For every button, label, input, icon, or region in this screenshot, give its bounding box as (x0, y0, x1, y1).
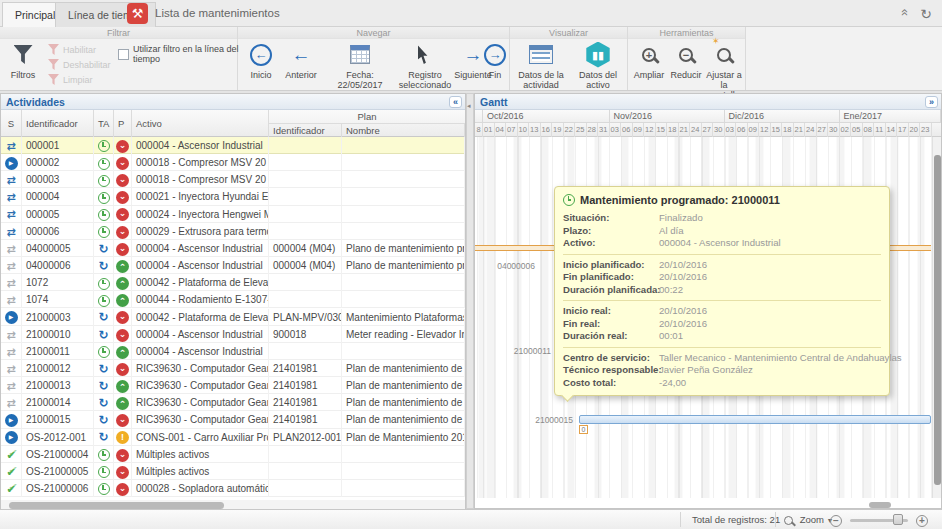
scrollbar-thumb[interactable] (9, 502, 224, 509)
ajustar-pantalla-button[interactable]: ✶ Ajustar a la pantalla (704, 41, 744, 100)
table-cell: OS-2012-001 (22, 429, 94, 446)
table-cell: 000042 - Plataforma de Elevación (132, 309, 269, 326)
limpiar-button[interactable]: Limpiar (48, 74, 93, 85)
day-cell: 8 (475, 123, 483, 137)
tooltip-field-label: Duración real: (563, 330, 659, 343)
col-header-plan-nombre[interactable]: Nombre (342, 123, 465, 137)
zoom-out-button[interactable]: − (830, 515, 842, 527)
table-row[interactable]: ⇄04000006↻⌃000004 - Ascensor Industrial0… (1, 257, 465, 274)
transfer-icon: ⇄ (6, 243, 15, 256)
table-row[interactable]: ⇄21000014↻⌃RIC39630 - Computador Gear Sl… (1, 394, 465, 411)
table-row[interactable]: ⇄000005⌄000024 - Inyectora Hengwei Mod. … (1, 206, 465, 223)
splitter-collapse-icon[interactable]: ◂ (467, 102, 471, 110)
filtros-button[interactable]: Filtros (4, 41, 42, 80)
anterior-button[interactable]: ← Anterior (280, 41, 322, 80)
collapse-ribbon-icon[interactable]: » (896, 6, 912, 21)
table-row[interactable]: ⇄04000005↻⌄000004 - Ascensor Industrial0… (1, 240, 465, 257)
table-row[interactable]: ⇄000006⌄000029 - Extrusora para termoplá… (1, 223, 465, 240)
table-cell: ↻ (94, 394, 114, 411)
col-header-plan-identificador[interactable]: Identificador (269, 123, 342, 137)
table-row[interactable]: ✔OS-21000004⌄Múltiples activos (1, 446, 465, 463)
table-cell: ↻ (94, 377, 114, 394)
expand-panel-button[interactable]: » (925, 96, 938, 108)
table-cell (342, 188, 465, 205)
table-row[interactable]: ⇄000004⌄000021 - Inyectora Hyundai Exper… (1, 188, 465, 205)
table-cell: ⇄ (1, 188, 22, 205)
table-cell: ▶ (1, 429, 22, 446)
table-cell (269, 223, 342, 240)
table-cell (94, 206, 114, 223)
zoom-slider-handle[interactable] (893, 514, 903, 525)
table-row[interactable]: ⇄1072⌃000042 - Plataforma de Elevación (1, 274, 465, 291)
table-cell: ✔ (1, 480, 22, 497)
divider (680, 512, 681, 527)
usar-filtro-checkbox[interactable]: Utilizar filtro en la línea del tiempo (118, 44, 241, 64)
table-row[interactable]: ⇄21000011⌃000004 - Ascensor Industrial (1, 343, 465, 360)
tooltip-field-label: Inicio real: (563, 305, 659, 318)
panel-splitter[interactable]: ◂ (466, 93, 474, 509)
col-header-p[interactable]: P (114, 110, 132, 137)
table-cell: Plan de mantenimiento de computad... (342, 360, 465, 377)
day-cell: 05 (851, 123, 863, 137)
table-cell: ⇄ (1, 394, 22, 411)
gantt-vertical-scrollbar[interactable] (932, 137, 941, 498)
reducir-button[interactable]: − Reducir (668, 41, 704, 80)
collapse-panel-button[interactable]: « (449, 96, 462, 108)
table-row[interactable]: ⇄000001⌄000004 - Ascensor Industrial (1, 137, 465, 154)
col-header-identificador[interactable]: Identificador (22, 110, 94, 137)
registro-seleccionado-button[interactable]: Registro seleccionado (398, 41, 452, 90)
inicio-button[interactable]: ← Inicio (244, 41, 278, 80)
table-cell: ⌄ (114, 154, 132, 171)
cursor-icon (418, 45, 433, 64)
table-cell (269, 446, 342, 463)
fin-button[interactable]: → Fin (480, 41, 510, 80)
refresh-icon[interactable]: ↻ (918, 6, 934, 22)
table-row[interactable]: ⇄000003⌄000018 - Compresor MSV 20 MAX/2.… (1, 171, 465, 188)
col-header-activo[interactable]: Activo (132, 110, 269, 137)
table-row[interactable]: ⇄21000010↻⌄000004 - Ascensor Industrial9… (1, 326, 465, 343)
tooltip-field: Técnico responsable:Javier Peña González (563, 364, 881, 377)
table-row[interactable]: ⇄21000012↻⌄RIC39630 - Computador Gear Sl… (1, 360, 465, 377)
clock-icon (98, 466, 110, 478)
gantt-bar-real[interactable] (579, 415, 931, 424)
scrollbar-thumb[interactable] (934, 155, 941, 485)
deshabilitar-button[interactable]: Deshabilitar (48, 59, 111, 70)
habilitar-button[interactable]: Habilitar (48, 44, 96, 55)
day-cell: 13 (529, 123, 541, 137)
table-cell: ⌃ (114, 394, 132, 411)
clock-icon (98, 483, 110, 495)
zoom-in-button[interactable]: + (916, 515, 928, 527)
table-cell: 1074 (22, 291, 94, 308)
col-header-s[interactable]: S (1, 110, 22, 137)
table-row[interactable]: ✔OS-21000006⌄000028 - Sopladora automáti… (1, 480, 465, 497)
table-cell: RIC39630 - Computador Gear Slim (132, 360, 269, 377)
table-cell: 04000005 (22, 240, 94, 257)
day-cell: 12 (759, 123, 771, 137)
tooltip-field-value: 20/10/2016 (659, 305, 707, 318)
table-row[interactable]: ⇄21000013↻⌃RIC39630 - Computador Gear Sl… (1, 377, 465, 394)
gantt-horizontal-scrollbar-thumb[interactable] (869, 502, 891, 508)
datos-activo-button[interactable]: ▮▮ Datos del activo (570, 41, 626, 90)
gantt-milestone-marker[interactable]: 0 (579, 425, 588, 434)
datos-actividad-button[interactable]: Datos de la actividad (513, 41, 569, 90)
table-row[interactable]: ✔OS-21000005⌄Múltiples activos (1, 463, 465, 480)
tooltip-field-value: 20/10/2016 (659, 271, 707, 284)
table-row[interactable]: ▶000002⌄000018 - Compresor MSV 20 MAX/2.… (1, 154, 465, 171)
col-header-ta[interactable]: TA (94, 110, 114, 137)
col-header-plan[interactable]: Plan (269, 110, 465, 123)
tooltip-field-value: 000004 - Ascensor Industrial (659, 237, 781, 250)
table-row[interactable]: ▶OS-2012-001↻!CONS-001 - Carro Auxiliar … (1, 429, 465, 446)
table-cell: ⌃ (114, 274, 132, 291)
table-row[interactable]: ▶21000015↻⌄RIC39630 - Computador Gear Sl… (1, 411, 465, 428)
ribbon: Filtrar Filtros Habilitar Deshabilitar L… (0, 27, 942, 91)
ampliar-button[interactable]: + Ampliar (631, 41, 667, 80)
zoom-dropdown[interactable]: Zoom ▼ (784, 514, 834, 525)
gantt-chart-body[interactable]: Mantenimiento programado: 21000011 Situa… (475, 137, 941, 498)
table-cell: ⇄ (1, 171, 22, 188)
table-row[interactable]: ⇄1074⌃000044 - Rodamiento E-1307-B (1, 291, 465, 308)
tab-bar: Principal Línea de tiempo ⚒ Lista de man… (0, 0, 942, 27)
table-row[interactable]: ▶21000003↻⌄000042 - Plataforma de Elevac… (1, 309, 465, 326)
fecha-dropdown[interactable]: Fecha: 22/05/2017 ▼ (324, 41, 396, 100)
gantt-months-row: Oct/2016Nov/2016Dic/2016Ene/2017 (475, 110, 941, 123)
day-cell: 04 (495, 123, 507, 137)
